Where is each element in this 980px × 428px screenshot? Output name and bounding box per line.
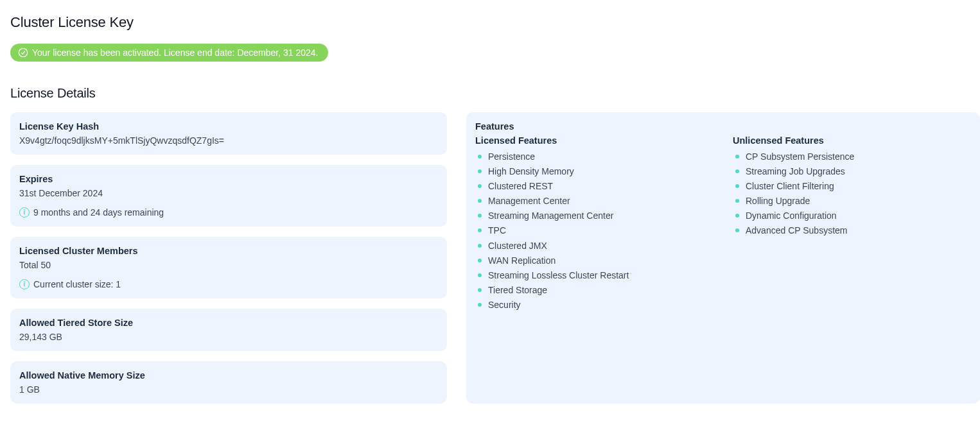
list-item: CP Subsystem Persistence xyxy=(733,150,971,164)
card-value: 29,143 GB xyxy=(19,332,438,342)
expires-info: i 9 months and 24 days remaining xyxy=(19,207,438,218)
card-value: 1 GB xyxy=(19,384,438,395)
list-item: Dynamic Configuration xyxy=(733,209,971,223)
list-item: Streaming Lossless Cluster Restart xyxy=(475,268,713,283)
info-icon: i xyxy=(19,279,30,289)
card-value: Total 50 xyxy=(19,260,438,270)
expires-card: Expires 31st December 2024 i 9 months an… xyxy=(10,165,447,227)
list-item: Advanced CP Subsystem xyxy=(733,223,971,238)
svg-point-0 xyxy=(19,48,27,56)
list-item: Cluster Client Filtering xyxy=(733,179,971,194)
features-card: Features Licensed Features PersistenceHi… xyxy=(466,112,980,404)
list-item: WAN Replication xyxy=(475,253,713,268)
cluster-size-info: i Current cluster size: 1 xyxy=(19,279,438,289)
info-icon: i xyxy=(19,207,30,218)
list-item: Rolling Upgrade xyxy=(733,194,971,209)
card-value: X9v4gtz/foqc9dljksMY+5mkTlSjyQwvzqsdfQZ7… xyxy=(19,135,438,146)
license-details-title: License Details xyxy=(10,86,970,101)
list-item: Streaming Job Upgrades xyxy=(733,164,971,179)
unlicensed-features-list: CP Subsystem PersistenceStreaming Job Up… xyxy=(733,150,971,239)
licensed-features-title: Licensed Features xyxy=(475,135,713,146)
list-item: TPC xyxy=(475,223,713,238)
check-circle-icon xyxy=(18,47,28,58)
list-item: Management Center xyxy=(475,194,713,209)
list-item: High Density Memory xyxy=(475,164,713,179)
licensed-members-card: Licensed Cluster Members Total 50 i Curr… xyxy=(10,237,447,298)
page-title: Cluster License Key xyxy=(10,14,970,31)
licensed-features-list: PersistenceHigh Density MemoryClustered … xyxy=(475,150,713,312)
native-memory-card: Allowed Native Memory Size 1 GB xyxy=(10,361,447,404)
card-title: Licensed Cluster Members xyxy=(19,246,438,256)
activation-badge: Your license has been activated. License… xyxy=(10,44,328,62)
list-item: Tiered Storage xyxy=(475,283,713,298)
list-item: Persistence xyxy=(475,150,713,164)
list-item: Security xyxy=(475,298,713,312)
tiered-store-card: Allowed Tiered Store Size 29,143 GB xyxy=(10,309,447,351)
list-item: Clustered JMX xyxy=(475,239,713,253)
card-title: Allowed Tiered Store Size xyxy=(19,318,438,328)
list-item: Streaming Management Center xyxy=(475,209,713,223)
unlicensed-features-title: Unlicensed Features xyxy=(733,135,971,146)
activation-message: Your license has been activated. License… xyxy=(32,47,318,58)
card-title: Allowed Native Memory Size xyxy=(19,370,438,381)
card-title: Expires xyxy=(19,174,438,184)
expires-remaining: 9 months and 24 days remaining xyxy=(33,207,164,218)
list-item: Clustered REST xyxy=(475,179,713,194)
cluster-size: Current cluster size: 1 xyxy=(33,279,121,289)
license-key-hash-card: License Key Hash X9v4gtz/foqc9dljksMY+5m… xyxy=(10,112,447,155)
card-title: License Key Hash xyxy=(19,121,438,132)
features-title: Features xyxy=(475,121,971,132)
card-value: 31st December 2024 xyxy=(19,188,438,198)
